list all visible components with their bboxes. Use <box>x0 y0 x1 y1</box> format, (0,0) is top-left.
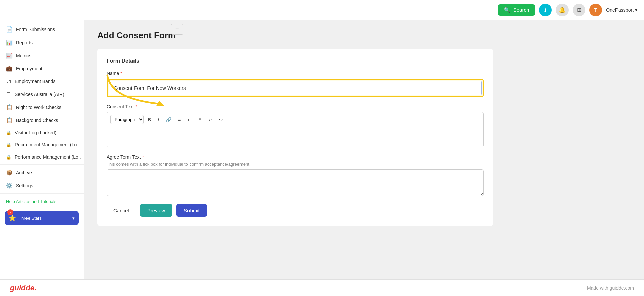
bold-button[interactable]: B <box>145 116 154 124</box>
consent-text-label-text: Consent Text <box>107 104 134 109</box>
form-actions: Cancel Preview Submit <box>107 204 484 217</box>
help-label: Help Articles and Tutorials <box>6 199 56 204</box>
sidebar-item-right-to-work[interactable]: 📋 Right to Work Checks <box>0 101 84 114</box>
search-icon: 🔍 <box>504 7 511 13</box>
content-area: + Add Consent Form Form Details Name * C… <box>84 20 644 279</box>
sidebar-item-metrics[interactable]: 📈 Metrics <box>0 49 84 62</box>
help-link[interactable]: Help Articles and Tutorials <box>0 195 84 208</box>
performance-lock-icon: 🔒 <box>6 155 11 160</box>
consent-text-required-indicator: * <box>135 104 137 109</box>
bullet-list-button[interactable]: ≡ <box>175 116 183 124</box>
visitor-log-lock-icon: 🔒 <box>6 130 11 135</box>
background-checks-icon: 📋 <box>6 117 13 123</box>
agree-term-textarea[interactable] <box>107 169 484 196</box>
agree-term-required-indicator: * <box>142 154 144 160</box>
sidebar-divider-2 <box>0 193 84 194</box>
avatar-initial: T <box>594 7 597 13</box>
ordered-list-button[interactable]: ≔ <box>185 116 195 124</box>
sidebar-item-services-australia[interactable]: 🗒 Services Australia (AIR) <box>0 88 84 101</box>
blockquote-button[interactable]: ❝ <box>196 116 204 124</box>
form-section-title: Form Details <box>107 58 484 64</box>
user-name-label[interactable]: OnePassport ▾ <box>606 7 637 13</box>
three-stars-button[interactable]: 7 ⭐ Three Stars ▾ <box>5 211 79 225</box>
undo-button[interactable]: ↩ <box>206 116 215 124</box>
settings-icon: ⚙️ <box>6 182 13 189</box>
redo-button[interactable]: ↪ <box>216 116 226 124</box>
name-field-label: Name * <box>107 71 484 76</box>
recruitment-lock-icon: 🔒 <box>6 142 11 147</box>
name-input-wrapper <box>107 79 484 97</box>
cancel-button[interactable]: Cancel <box>107 204 136 217</box>
apps-icon-circle[interactable]: ⊞ <box>573 4 585 16</box>
rich-text-editor: Paragraph B I 🔗 ≡ ≔ ❝ ↩ ↪ <box>107 112 484 147</box>
guidde-logo-text: guidde. <box>10 284 36 292</box>
three-stars-label: Three Stars <box>19 216 42 221</box>
services-australia-icon: 🗒 <box>6 91 11 97</box>
consent-text-label: Consent Text * <box>107 104 484 109</box>
guidde-logo: guidde. <box>10 284 36 292</box>
link-button[interactable]: 🔗 <box>163 116 174 124</box>
sidebar-item-label: Metrics <box>16 53 31 58</box>
three-stars-chevron-icon: ▾ <box>72 216 75 221</box>
sidebar: 📄 Form Submissions 📊 Reports 📈 Metrics 💼… <box>0 20 84 279</box>
form-card: Form Details Name * Consent Text * Parag… <box>97 49 493 226</box>
sidebar-item-label: Settings <box>16 183 33 188</box>
sidebar-item-background-checks[interactable]: 📋 Background Checks <box>0 114 84 127</box>
italic-button[interactable]: I <box>155 116 162 124</box>
name-required-indicator: * <box>120 71 122 76</box>
info-icon: ℹ <box>544 7 546 13</box>
sidebar-item-label: Services Australia (AIR) <box>15 92 64 97</box>
top-bar: 🔍 Search ℹ 🔔 ⊞ T OnePassport ▾ <box>0 0 644 20</box>
search-label: Search <box>513 7 529 13</box>
editor-toolbar: Paragraph B I 🔗 ≡ ≔ ❝ ↩ ↪ <box>107 112 483 127</box>
form-submissions-icon: 📄 <box>6 26 13 33</box>
guidde-footer: guidde. Made with guidde.com <box>0 279 644 296</box>
sidebar-item-label: Archive <box>16 170 32 175</box>
name-label-text: Name <box>107 71 119 76</box>
apps-icon: ⊞ <box>577 7 581 13</box>
agree-term-label: Agree Term Text * <box>107 154 484 160</box>
notification-icon-circle[interactable]: 🔔 <box>556 4 569 16</box>
preview-button[interactable]: Preview <box>140 204 172 217</box>
sidebar-item-label: Reports <box>16 40 33 45</box>
main-layout: 📄 Form Submissions 📊 Reports 📈 Metrics 💼… <box>0 20 644 279</box>
sidebar-item-label: Performance Management (Lo... <box>15 154 83 160</box>
employment-bands-icon: 🗂 <box>6 78 11 84</box>
sidebar-item-visitor-log[interactable]: 🔒 Visitor Log (Locked) <box>0 127 84 139</box>
add-tab-button[interactable]: + <box>171 24 183 35</box>
metrics-icon: 📈 <box>6 52 13 59</box>
sidebar-divider <box>0 164 84 165</box>
submit-button[interactable]: Submit <box>176 204 207 217</box>
sidebar-item-form-submissions[interactable]: 📄 Form Submissions <box>0 23 84 36</box>
sidebar-item-reports[interactable]: 📊 Reports <box>0 36 84 49</box>
archive-icon: 📦 <box>6 169 13 176</box>
name-input[interactable] <box>109 81 482 95</box>
chevron-down-icon: ▾ <box>635 7 637 13</box>
sidebar-item-employment-bands[interactable]: 🗂 Employment Bands <box>0 75 84 88</box>
sidebar-item-label: Employment Bands <box>15 79 55 84</box>
add-tab-icon: + <box>175 26 179 33</box>
bell-icon: 🔔 <box>559 7 566 13</box>
avatar[interactable]: T <box>589 4 602 16</box>
sidebar-item-settings[interactable]: ⚙️ Settings <box>0 179 84 192</box>
sidebar-item-recruitment[interactable]: 🔒 Recruitment Management (Lo... <box>0 139 84 151</box>
employment-icon: 💼 <box>6 65 13 72</box>
sidebar-item-label: Background Checks <box>16 118 58 123</box>
sidebar-item-label: Visitor Log (Locked) <box>15 130 56 135</box>
info-icon-circle[interactable]: ℹ <box>539 4 552 16</box>
guidde-tagline: Made with guidde.com <box>587 285 634 291</box>
sidebar-item-label: Form Submissions <box>16 27 55 32</box>
search-button[interactable]: 🔍 Search <box>498 4 535 16</box>
paragraph-select[interactable]: Paragraph <box>110 115 144 124</box>
agree-helper-text: This comes with a tick box for individua… <box>107 162 484 167</box>
sidebar-item-label: Recruitment Management (Lo... <box>15 142 81 147</box>
sidebar-item-performance[interactable]: 🔒 Performance Management (Lo... <box>0 151 84 163</box>
sidebar-item-label: Employment <box>16 66 42 71</box>
sidebar-item-archive[interactable]: 📦 Archive <box>0 166 84 179</box>
user-name-text: OnePassport <box>606 7 634 13</box>
editor-content-area[interactable] <box>107 127 483 147</box>
sidebar-item-employment[interactable]: 💼 Employment <box>0 62 84 75</box>
right-to-work-icon: 📋 <box>6 104 13 110</box>
sidebar-item-label: Right to Work Checks <box>16 105 61 110</box>
reports-icon: 📊 <box>6 39 13 46</box>
